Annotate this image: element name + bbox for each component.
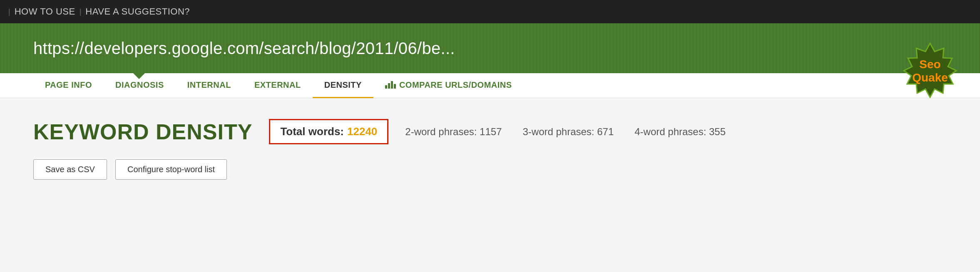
tab-page-info[interactable]: PAGE INFO — [33, 73, 104, 98]
separator-1: | — [8, 7, 10, 16]
main-content: KEYWORD DENSITY Total words: 12240 2-wor… — [0, 98, 980, 209]
total-words-value: 12240 — [347, 125, 377, 138]
configure-stopword-button[interactable]: Configure stop-word list — [115, 159, 227, 180]
bar-chart-icon — [385, 81, 396, 89]
phrase-stats: 2-word phrases: 1157 3-word phrases: 671… — [405, 126, 726, 138]
total-words-label: Total words: — [280, 125, 344, 138]
current-url: https://developers.google.com/search/blo… — [33, 39, 455, 58]
url-arrow — [133, 73, 145, 79]
four-word-value: 355 — [709, 126, 726, 137]
logo-svg: Seo Quake — [898, 42, 963, 101]
tab-density[interactable]: DENSITY — [313, 73, 373, 98]
svg-text:Quake: Quake — [912, 71, 948, 84]
action-buttons: Save as CSV Configure stop-word list — [33, 159, 947, 180]
tabs-bar: PAGE INFO DIAGNOSIS INTERNAL EXTERNAL DE… — [0, 73, 980, 98]
two-word-value: 1157 — [480, 126, 502, 137]
four-word-phrases: 4-word phrases: 355 — [634, 126, 726, 138]
two-word-phrases: 2-word phrases: 1157 — [405, 126, 502, 138]
tab-compare-urls[interactable]: COMPARE URLS/DOMAINS — [373, 73, 524, 98]
top-navigation: | HOW TO USE | HAVE A SUGGESTION? — [0, 0, 980, 23]
keyword-density-header: KEYWORD DENSITY Total words: 12240 2-wor… — [33, 119, 947, 144]
tab-compare-label: COMPARE URLS/DOMAINS — [399, 80, 512, 90]
separator-2: | — [80, 7, 82, 16]
three-word-value: 671 — [597, 126, 614, 137]
keyword-density-title: KEYWORD DENSITY — [33, 119, 252, 144]
tab-internal[interactable]: INTERNAL — [176, 73, 243, 98]
have-suggestion-link[interactable]: HAVE A SUGGESTION? — [85, 6, 190, 17]
save-csv-button[interactable]: Save as CSV — [33, 159, 107, 180]
total-words-box: Total words: 12240 — [269, 119, 388, 144]
three-word-label: 3-word phrases: — [522, 126, 594, 137]
url-bar: https://developers.google.com/search/blo… — [0, 23, 980, 73]
four-word-label: 4-word phrases: — [634, 126, 706, 137]
how-to-use-link[interactable]: HOW TO USE — [15, 6, 75, 17]
three-word-phrases: 3-word phrases: 671 — [522, 126, 614, 138]
two-word-label: 2-word phrases: — [405, 126, 477, 137]
tab-external[interactable]: EXTERNAL — [243, 73, 313, 98]
seoquake-logo: Seo Quake — [897, 47, 963, 96]
svg-text:Seo: Seo — [919, 58, 940, 71]
